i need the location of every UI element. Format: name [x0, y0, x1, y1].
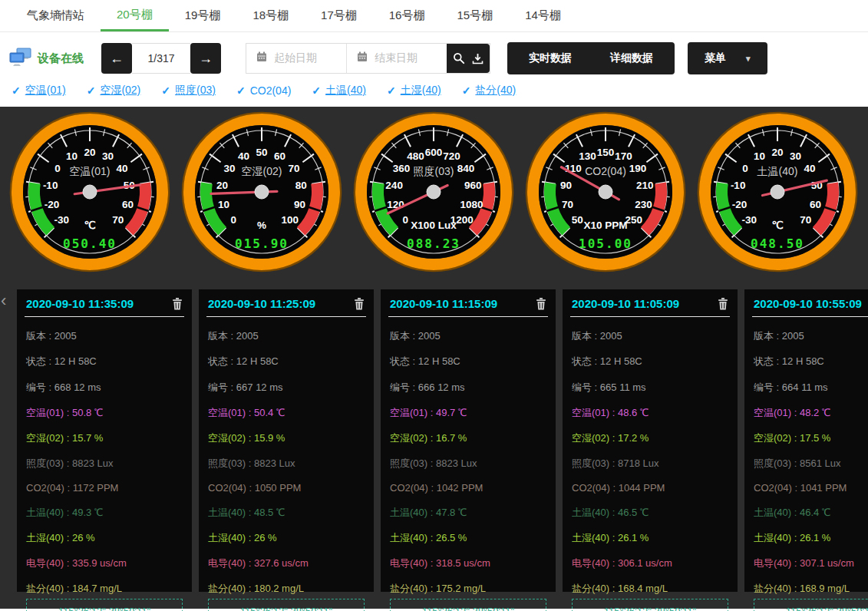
sensor-filter-bar: ✓空温(01)✓空湿(02)✓照度(03)✓CO2(04)✓土温(40)✓土湿(… — [0, 82, 868, 99]
card-row-CO2(04): CO2(04) : 1050 PPM — [208, 482, 365, 494]
svg-text:℃: ℃ — [771, 220, 783, 231]
card-row-CO2(04): CO2(04) : 1044 PPM — [572, 482, 728, 494]
next-page-button[interactable]: → — [190, 43, 221, 74]
svg-text:50: 50 — [572, 214, 583, 226]
trash-icon[interactable] — [536, 298, 546, 310]
tab-19号棚[interactable]: 19号棚 — [169, 0, 237, 31]
svg-text:0: 0 — [742, 163, 748, 174]
card-row-CO2(04): CO2(04) : 1042 PPM — [390, 482, 546, 494]
tab-15号棚[interactable]: 15号棚 — [441, 0, 509, 31]
svg-text:照度(03): 照度(03) — [414, 165, 454, 177]
filter-空湿(02)[interactable]: ✓空湿(02) — [87, 84, 141, 97]
gauge-row: -30-20-10010203040506070空温(01)℃050.40010… — [0, 111, 868, 273]
trash-icon[interactable] — [172, 298, 183, 310]
card-row-照度(03): 照度(03) : 8823 Lux — [208, 457, 365, 471]
svg-text:10: 10 — [218, 199, 229, 210]
card-header: 2020-09-10 11:05:09 — [570, 289, 730, 317]
tab-station[interactable]: 气象墒情站 — [11, 0, 101, 31]
detail-data-button[interactable]: 详细数据 — [610, 51, 653, 65]
card-timestamp: 2020-09-10 11:25:09 — [208, 297, 315, 310]
data-card: 2020-09-10 11:25:09版本 : 2005状态 : 12 H 58… — [199, 289, 374, 592]
card-rows: 版本 : 2005状态 : 12 H 58C编号 : 665 11 ms空温(0… — [563, 317, 738, 596]
card-row-土湿(40): 土湿(40) : 26.1 % — [754, 531, 868, 545]
filter-土湿(40)[interactable]: ✓土湿(40) — [387, 84, 441, 97]
menu-button[interactable]: 菜单 ▾ — [688, 42, 767, 74]
device-status-label: 设备在线 — [38, 51, 84, 66]
card-row-状态: 状态 : 12 H 58C — [26, 355, 183, 368]
card-row-照度(03): 照度(03) : 8823 Lux — [26, 457, 183, 471]
gauge-空温(01): -30-20-10010203040506070空温(01)℃050.40 — [8, 111, 171, 273]
svg-text:空温(01): 空温(01) — [70, 165, 111, 177]
data-card: 2020-09-10 11:35:09版本 : 2005状态 : 12 H 58… — [17, 289, 192, 592]
end-date-input[interactable]: 结束日期 — [347, 44, 447, 73]
coordinates-box[interactable]: 115°36'12",38°59'11" — [572, 599, 728, 611]
trash-icon[interactable] — [354, 298, 365, 310]
card-timestamp: 2020-09-10 11:15:09 — [390, 297, 497, 310]
check-icon: ✓ — [387, 84, 396, 97]
card-row-空温(01): 空温(01) : 49.7 ℃ — [390, 406, 546, 420]
tab-18号棚[interactable]: 18号棚 — [236, 0, 305, 31]
carousel-prev-icon[interactable]: ‹ — [1, 292, 6, 309]
svg-text:100: 100 — [282, 214, 299, 226]
svg-text:190: 190 — [629, 163, 647, 174]
card-row-版本: 版本 : 2005 — [390, 329, 546, 343]
svg-text:-20: -20 — [45, 199, 60, 210]
svg-text:20: 20 — [216, 180, 228, 191]
tab-20号棚[interactable]: 20号棚 — [101, 0, 169, 31]
trash-icon[interactable] — [718, 298, 728, 310]
prev-page-button[interactable]: ← — [101, 43, 132, 74]
svg-text:10: 10 — [754, 150, 765, 162]
start-date-input[interactable]: 起始日期 — [246, 44, 347, 73]
coordinates-box[interactable]: 115°36'12",38°59'11" — [208, 599, 365, 611]
card-row-盐分(40): 盐分(40) : 184.7 mg/L — [26, 582, 183, 596]
svg-text:0: 0 — [54, 163, 61, 174]
svg-text:-10: -10 — [43, 180, 58, 191]
card-row-土湿(40): 土湿(40) : 26.5 % — [390, 531, 546, 545]
data-card: 2020-09-10 11:05:09版本 : 2005状态 : 12 H 58… — [563, 289, 738, 592]
card-row-电导(40): 电导(40) : 307.1 us/cm — [754, 557, 868, 570]
card-row-盐分(40): 盐分(40) : 175.2 mg/L — [390, 582, 546, 596]
svg-text:60: 60 — [274, 150, 285, 162]
tab-16号棚[interactable]: 16号棚 — [373, 0, 441, 31]
coordinates-box[interactable]: 115°36'12",38°59'11" — [26, 599, 183, 611]
filter-空温(01)[interactable]: ✓空温(01) — [12, 84, 66, 97]
realtime-data-button[interactable]: 实时数据 — [529, 51, 572, 65]
svg-text:60: 60 — [810, 199, 821, 210]
card-row-电导(40): 电导(40) : 306.1 us/cm — [572, 557, 728, 570]
data-card: 2020-09-10 10:55:09版本 : 2005状态 : 12 H 58… — [744, 289, 868, 592]
search-button[interactable] — [451, 43, 467, 74]
filter-土温(40)[interactable]: ✓土温(40) — [312, 84, 366, 97]
card-row-土温(40): 土温(40) : 49.3 ℃ — [26, 506, 183, 520]
card-header: 2020-09-10 11:25:09 — [206, 289, 366, 317]
card-row-电导(40): 电导(40) : 335.9 us/cm — [26, 557, 183, 570]
svg-text:720: 720 — [443, 150, 460, 162]
svg-text:0: 0 — [402, 214, 408, 226]
card-row-土温(40): 土温(40) : 46.5 ℃ — [572, 506, 728, 520]
card-row-版本: 版本 : 2005 — [26, 329, 183, 343]
card-rows: 版本 : 2005状态 : 12 H 58C编号 : 667 12 ms空温(0… — [199, 317, 374, 596]
card-row-土温(40): 土温(40) : 48.5 ℃ — [208, 506, 365, 520]
svg-text:240: 240 — [385, 180, 403, 191]
filter-照度(03)[interactable]: ✓照度(03) — [161, 84, 216, 97]
svg-text:130: 130 — [579, 150, 596, 162]
svg-text:250: 250 — [625, 214, 643, 226]
svg-text:X10 PPM: X10 PPM — [583, 220, 627, 231]
card-row-空湿(02): 空湿(02) : 16.7 % — [390, 431, 546, 445]
svg-text:%: % — [257, 220, 266, 231]
download-button[interactable] — [469, 43, 486, 74]
card-row-空温(01): 空温(01) : 50.8 ℃ — [26, 406, 183, 420]
check-icon: ✓ — [312, 84, 321, 97]
svg-text:0: 0 — [230, 214, 236, 226]
card-row-状态: 状态 : 12 H 58C — [754, 355, 868, 368]
svg-text:120: 120 — [387, 199, 404, 210]
coordinates-box[interactable]: 115°36'12",38°59'11" — [754, 599, 868, 611]
check-icon: ✓ — [462, 84, 471, 97]
tab-14号棚[interactable]: 14号棚 — [509, 0, 577, 31]
filter-label: 土湿(40) — [401, 84, 441, 97]
gauge-土温(40): -30-20-10010203040506070土温(40)℃048.50 — [696, 111, 859, 273]
filter-CO2(04)[interactable]: ✓CO2(04) — [236, 84, 291, 97]
filter-盐分(40)[interactable]: ✓盐分(40) — [462, 84, 517, 97]
coordinates-box[interactable]: 115°36'12",38°59'11" — [390, 599, 546, 611]
tab-17号棚[interactable]: 17号棚 — [305, 0, 373, 31]
svg-text:1080: 1080 — [460, 199, 483, 210]
